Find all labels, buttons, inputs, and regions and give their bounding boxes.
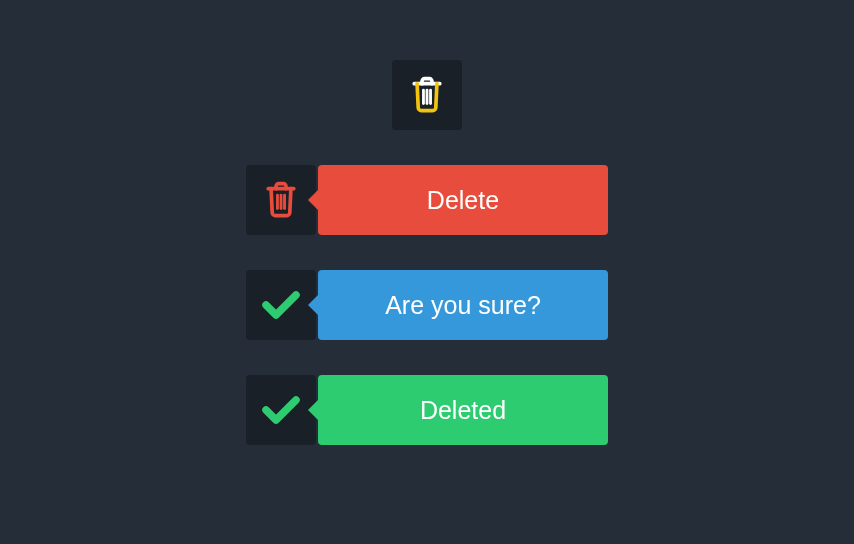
demo-stage: Delete Are you sure? Deleted: [0, 0, 854, 480]
done-label: Deleted: [318, 375, 608, 445]
done-button[interactable]: Deleted: [246, 375, 608, 445]
confirm-label: Are you sure?: [318, 270, 608, 340]
delete-label: Delete: [318, 165, 608, 235]
trash-icon: [264, 181, 298, 219]
delete-icon-button[interactable]: [392, 60, 462, 130]
confirm-icon-box: [246, 270, 316, 340]
confirm-button[interactable]: Are you sure?: [246, 270, 608, 340]
delete-icon-box: [246, 165, 316, 235]
trash-icon-box: [392, 60, 462, 130]
check-icon: [261, 289, 301, 321]
done-icon-box: [246, 375, 316, 445]
delete-button[interactable]: Delete: [246, 165, 608, 235]
check-icon: [261, 394, 301, 426]
trash-icon: [410, 76, 444, 114]
